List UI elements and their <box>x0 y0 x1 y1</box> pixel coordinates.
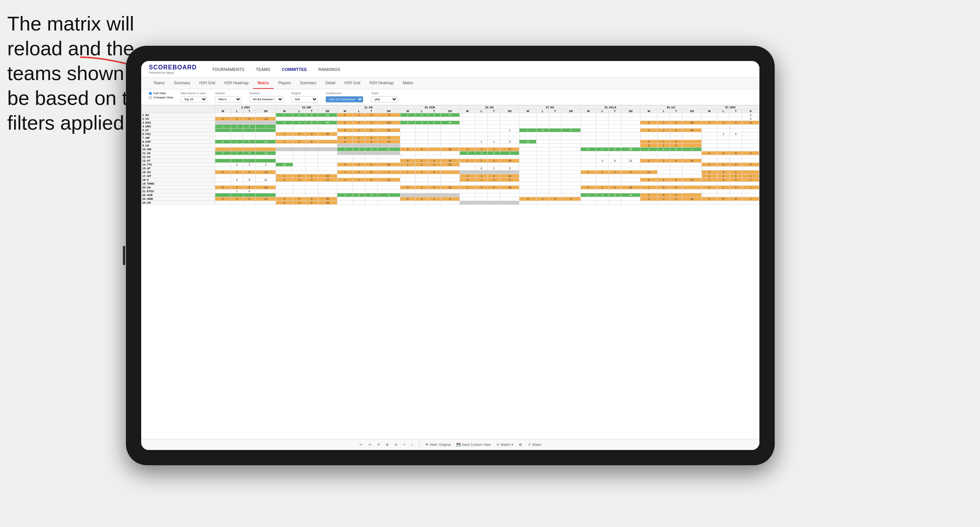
toolbar-icon6[interactable]: ⊞ <box>519 443 522 447</box>
sub-nav-h2h-grid2[interactable]: H2H Grid <box>340 78 365 89</box>
sub-d9: D <box>742 109 759 113</box>
nav-committee[interactable]: COMMITTEE <box>282 66 307 73</box>
share-label: Share <box>532 443 541 447</box>
toolbar-icon1[interactable]: ↺ <box>377 443 380 447</box>
nav-rankings[interactable]: RANKINGS <box>318 66 340 73</box>
sub-nav-matrix[interactable]: Matrix <box>253 78 273 89</box>
sub-nav: Teams Summary H2H Grid H2H Heatmap Matri… <box>141 78 759 89</box>
sub-nav-h2h-grid[interactable]: H2H Grid <box>195 78 220 89</box>
sub-l3: L <box>353 109 365 113</box>
col-header-ucb: 22. UCB <box>400 106 459 109</box>
view-original-button[interactable]: 👁 View: Original <box>425 443 451 447</box>
sub-w5: W <box>459 109 475 113</box>
team-select[interactable]: (All) <box>371 96 398 103</box>
toolbar-icon5[interactable]: ○ <box>411 443 413 447</box>
matrix-content: 3. ASU 10. UW 11. UA 22. UCB 24. UO 27. … <box>141 105 759 439</box>
corner-header <box>142 106 215 113</box>
row-label: 17. GIT <box>142 174 215 178</box>
matrix-scroll[interactable]: 3. ASU 10. UW 11. UA 22. UCB 24. UO 27. … <box>141 105 759 439</box>
table-row: 6. FSU 14035 10 <box>142 132 759 136</box>
view-original-label: View: Original <box>430 443 451 447</box>
sub-nav-players[interactable]: Players <box>274 78 295 89</box>
sub-d1: Dif <box>256 109 276 113</box>
conference-filter: Conference Pac-12 Conference (All) <box>326 92 363 103</box>
redo-button[interactable]: ↪ <box>368 443 371 447</box>
region-filter: Region N/A <box>291 92 318 103</box>
table-row: 4. UNC 1001 <box>142 125 759 129</box>
row-label: 12. UV <box>142 155 215 159</box>
sub-nav-teams[interactable]: Teams <box>149 78 169 89</box>
toolbar-icon4[interactable]: + <box>403 443 405 447</box>
row-label: 24. UO <box>142 201 215 205</box>
sub-t8: T <box>670 109 682 113</box>
nav-teams[interactable]: TEAMS <box>256 66 270 73</box>
row-label: 5. UT <box>142 129 215 132</box>
table-row: 12. UV <box>142 155 759 159</box>
table-row: 9. UA 010 <box>142 144 759 148</box>
sub-t3: T <box>365 109 378 113</box>
view-radio-group: Full View Compact View <box>149 92 173 99</box>
chevron-down-icon: ▾ <box>511 443 513 447</box>
table-row: 20. UG 010-34 01022 11048 01019 100 0101 <box>142 186 759 190</box>
division-filter: Division NCAA Division I NCAA Division I… <box>249 92 284 103</box>
sub-d2: Dif <box>318 109 337 113</box>
sub-d5: Dif <box>500 109 519 113</box>
col-header-ua: 11. UA <box>337 106 400 109</box>
row-label: 10. UW <box>142 148 215 151</box>
col-header-asu: 3. ASU <box>215 106 276 109</box>
sub-l7: L <box>596 109 609 113</box>
table-row: 10. UW 13011 3032 04172 21060 1451 <box>142 148 759 151</box>
table-row: 15. UF 010 <box>142 167 759 170</box>
toolbar-icon2[interactable]: ⊕ <box>386 443 389 447</box>
undo-button[interactable]: ↩ <box>359 443 363 447</box>
matrix-table: 3. ASU 10. UW 11. UA 22. UCB 24. UO 27. … <box>141 105 759 205</box>
conference-label: Conference <box>326 92 363 95</box>
save-custom-button[interactable]: 💾 Save Custom View <box>456 443 491 447</box>
compact-view-radio[interactable]: Compact View <box>149 96 173 99</box>
division-select[interactable]: NCAA Division I NCAA Division II <box>249 96 284 103</box>
row-label: 4. UNC <box>142 125 215 129</box>
watch-icon: ⊙ <box>496 443 500 447</box>
logo-subtitle: Powered by clippd <box>149 71 197 74</box>
sub-nav-detail[interactable]: Detail <box>321 78 340 89</box>
table-row: 11. UA 01010 3404 0305 <box>142 151 759 155</box>
sub-t6: T <box>549 109 561 113</box>
max-teams-label: Max teams in view <box>181 92 207 95</box>
table-row: 17. GIT 10010 01010 1401 <box>142 174 759 178</box>
sub-nav-summary[interactable]: Summary <box>169 78 195 89</box>
row-label: 7. UM <box>142 136 215 140</box>
row-label: 20. UG <box>142 186 215 190</box>
sub-nav-h2h-heatmap[interactable]: H2H Heatmap <box>220 78 253 89</box>
share-button[interactable]: ⇗ Share <box>528 443 541 447</box>
table-row: 19. TAMU <box>142 182 759 186</box>
max-teams-select[interactable]: Top 25 Top 50 <box>181 96 207 103</box>
row-label: 15. UF <box>142 167 215 170</box>
nav-tournaments[interactable]: TOURNAMENTS <box>212 66 245 73</box>
sub-l9: L <box>717 109 730 113</box>
table-row: 24. UO 02029 <box>142 201 759 205</box>
sub-l1: L <box>231 109 243 113</box>
sub-d8: Dif <box>682 109 701 113</box>
sub-w9: W <box>701 109 717 113</box>
table-row: 8. UAF 01014 120 01015 110 11 010 <box>142 140 759 144</box>
toolbar-icon3[interactable]: ⊖ <box>395 443 398 447</box>
row-label: 8. UAF <box>142 140 215 144</box>
sub-l4: L <box>416 109 428 113</box>
table-row: 2. VU 120-12 0 <box>142 117 759 121</box>
conference-select[interactable]: Pac-12 Conference (All) <box>326 96 363 103</box>
filter-row: Full View Compact View Max teams in view… <box>141 89 759 105</box>
eye-icon: 👁 <box>425 443 429 447</box>
watch-button[interactable]: ⊙ Watch ▾ <box>496 443 513 447</box>
col-header-uw: 10. UW <box>276 106 337 109</box>
sub-t5: T <box>488 109 500 113</box>
sub-nav-h2h-heatmap2[interactable]: H2H Heatmap <box>365 78 398 89</box>
region-select[interactable]: N/A <box>291 96 318 103</box>
sub-nav-summary2[interactable]: Summary <box>295 78 321 89</box>
gender-select[interactable]: Men's Women's <box>215 96 242 103</box>
row-label: 11. UA <box>142 151 215 155</box>
sub-d4: Dif <box>440 109 459 113</box>
full-view-radio[interactable]: Full View <box>149 92 173 95</box>
row-label: 6. FSU <box>142 132 215 136</box>
sub-l6: L <box>537 109 549 113</box>
sub-nav-matrix2[interactable]: Matrix <box>398 78 418 89</box>
